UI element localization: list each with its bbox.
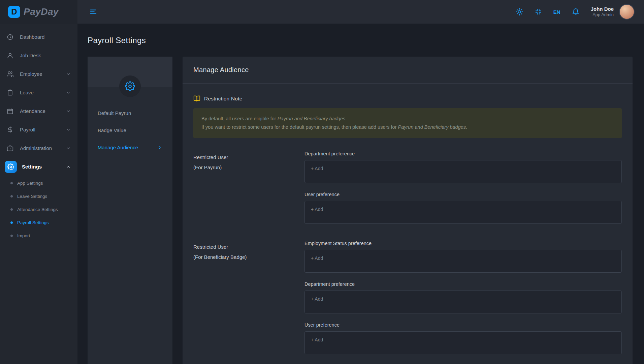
nav-item-label: Default Payrun	[98, 110, 131, 116]
user-name: John Doe	[591, 6, 614, 12]
manage-audience-panel: Manage Audience Restriction Note By defa…	[183, 57, 633, 364]
briefcase-icon	[7, 145, 15, 152]
settings-nav-header	[88, 57, 172, 87]
nav-item-manage-audience[interactable]: Manage Audience	[88, 139, 172, 156]
sidebar-item-label: Settings	[22, 164, 42, 170]
nav-item-badge-value[interactable]: Badge Value	[88, 122, 172, 139]
panel-body: Restriction Note By default, all users a…	[183, 84, 633, 364]
sidebar-item-label: Attendance	[20, 108, 45, 114]
note-line-1: By default, all users are eligible for P…	[201, 115, 614, 123]
content-row: Default Payrun Badge Value Manage Audien…	[88, 57, 633, 364]
field-employment-status-preference: Employment Status preference + Add	[304, 241, 622, 273]
sidebar-item-label: Employee	[20, 71, 42, 77]
field-user-preference: User preference + Add	[304, 322, 622, 354]
avatar[interactable]	[619, 4, 635, 20]
logo-text: PayDay	[24, 6, 59, 17]
nav-item-default-payrun[interactable]: Default Payrun	[88, 104, 172, 122]
shell: Dashboard Job Desk Employee	[0, 24, 644, 364]
sidebar-item-settings[interactable]: Settings	[0, 157, 77, 176]
compress-icon[interactable]	[535, 8, 542, 16]
restriction-note-box: By default, all users are eligible for P…	[193, 108, 622, 138]
add-placeholder: + Add	[311, 207, 323, 212]
sidebar: Dashboard Job Desk Employee	[0, 24, 77, 364]
sidebar-item-administration[interactable]: Administration	[0, 139, 77, 157]
field-label: Department preference	[304, 281, 622, 287]
brightness-icon[interactable]	[516, 8, 523, 16]
field-department-preference: Department preference + Add	[304, 281, 622, 313]
note-line-2: If you want to restrict some users for t…	[201, 123, 614, 131]
bullet-icon	[10, 195, 13, 198]
field-label: User preference	[304, 322, 622, 328]
sidebar-item-employee[interactable]: Employee	[0, 65, 77, 83]
section-label: Restricted User (For Payrun)	[193, 151, 304, 224]
sidebar-item-attendance[interactable]: Attendance	[0, 102, 77, 120]
sidebar-item-label: Payroll	[20, 127, 35, 132]
book-icon	[193, 95, 200, 102]
settings-nav-card: Default Payrun Badge Value Manage Audien…	[88, 57, 172, 364]
chevron-right-icon	[157, 145, 162, 150]
sub-item-label: Leave Settings	[17, 194, 47, 199]
sidebar-item-import[interactable]: Import	[0, 229, 77, 242]
section-fields: Employment Status preference + Add Depar…	[304, 241, 622, 354]
sidebar-item-label: Job Desk	[20, 53, 41, 58]
field-label: Employment Status preference	[304, 241, 622, 246]
sidebar-item-payroll-settings[interactable]: Payroll Settings	[0, 216, 77, 229]
user-preference-input[interactable]: + Add	[304, 201, 622, 224]
calendar-icon	[7, 108, 15, 115]
menu-icon[interactable]	[90, 8, 97, 16]
sidebar-item-attendance-settings[interactable]: Attendance Settings	[0, 203, 77, 216]
section-title: Restricted User	[193, 152, 304, 162]
sidebar-item-leave[interactable]: Leave	[0, 83, 77, 102]
sidebar-item-job-desk[interactable]: Job Desk	[0, 46, 77, 65]
topbar-actions: EN John Doe App Admin	[516, 4, 644, 20]
main-content: Payroll Settings Default Payrun	[77, 24, 644, 364]
people-icon	[7, 71, 15, 78]
user-info[interactable]: John Doe App Admin	[591, 6, 614, 18]
add-placeholder: + Add	[311, 166, 323, 171]
chevron-down-icon	[66, 146, 71, 151]
user-role: App Admin	[591, 12, 614, 18]
logo[interactable]: D PayDay	[0, 0, 77, 24]
section-subtitle: (For Beneficiary Badge)	[193, 252, 304, 262]
sidebar-item-leave-settings[interactable]: Leave Settings	[0, 190, 77, 203]
sidebar-item-app-settings[interactable]: App Settings	[0, 177, 77, 190]
sidebar-item-label: Dashboard	[20, 34, 44, 40]
bell-icon[interactable]	[572, 8, 579, 16]
section-restricted-user-beneficiary: Restricted User (For Beneficiary Badge) …	[193, 241, 622, 354]
chevron-down-icon	[66, 127, 71, 132]
field-user-preference: User preference + Add	[304, 192, 622, 224]
chevron-down-icon	[66, 109, 71, 114]
sidebar-item-payroll[interactable]: Payroll	[0, 120, 77, 139]
sub-item-label: Import	[17, 233, 30, 238]
gear-icon	[5, 161, 17, 173]
gear-badge	[119, 75, 141, 97]
sidebar-item-dashboard[interactable]: Dashboard	[0, 28, 77, 46]
clipboard-icon	[7, 89, 15, 96]
field-department-preference: Department preference + Add	[304, 151, 622, 183]
bullet-icon	[10, 221, 13, 224]
topbar: D PayDay EN John Doe App Admin	[0, 0, 644, 24]
section-title: Restricted User	[193, 242, 304, 252]
bullet-icon	[10, 182, 13, 184]
sub-item-label: App Settings	[17, 181, 43, 186]
field-label: Department preference	[304, 151, 622, 156]
chevron-up-icon	[66, 164, 71, 169]
page-title: Payroll Settings	[88, 36, 633, 45]
department-preference-input[interactable]: + Add	[304, 291, 622, 313]
sub-item-label: Payroll Settings	[17, 220, 49, 225]
department-preference-input[interactable]: + Add	[304, 160, 622, 183]
language-selector[interactable]: EN	[553, 9, 560, 15]
sub-item-label: Attendance Settings	[17, 207, 58, 212]
nav-item-label: Manage Audience	[98, 145, 138, 150]
user-preference-input[interactable]: + Add	[304, 331, 622, 354]
section-subtitle: (For Payrun)	[193, 162, 304, 173]
add-placeholder: + Add	[311, 255, 323, 261]
field-label: User preference	[304, 192, 622, 197]
sidebar-item-label: Administration	[20, 145, 52, 151]
bullet-icon	[10, 235, 13, 237]
section-restricted-user-payrun: Restricted User (For Payrun) Department …	[193, 151, 622, 224]
add-placeholder: + Add	[311, 296, 323, 302]
restriction-note-title: Restriction Note	[204, 96, 242, 102]
settings-submenu: App Settings Leave Settings Attendance S…	[0, 176, 77, 245]
employment-status-preference-input[interactable]: + Add	[304, 250, 622, 273]
